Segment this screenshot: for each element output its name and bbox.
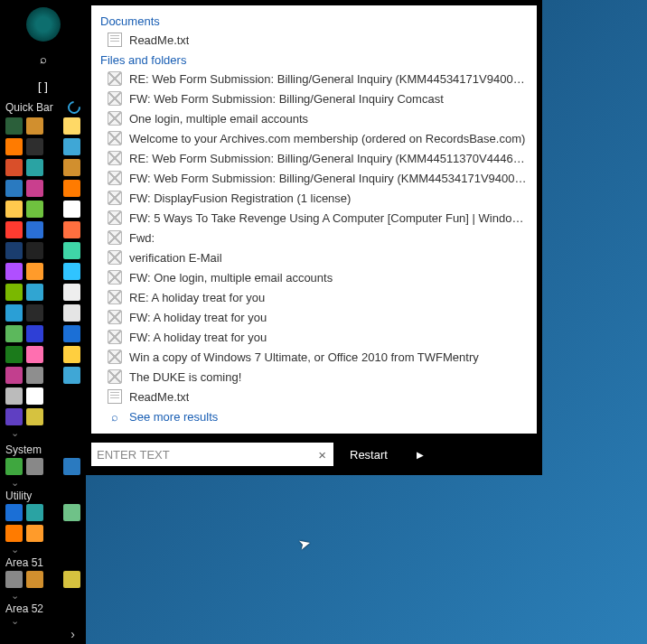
quickbar-app-icon[interactable] [26, 242, 43, 259]
quickbar-app-icon[interactable] [5, 284, 23, 301]
app-icon[interactable] [26, 525, 43, 542]
app-icon[interactable] [26, 504, 43, 521]
result-row[interactable]: verification E-Mail [91, 247, 537, 267]
system-app-icon[interactable] [5, 458, 23, 475]
pinned-app-icon[interactable] [63, 221, 80, 238]
pinned-app-icon[interactable] [63, 367, 80, 384]
mail-icon [108, 369, 122, 384]
pinned-app-icon[interactable] [63, 263, 80, 280]
chevron-right-icon[interactable]: › [0, 627, 86, 641]
result-label: FW: Web Form Submission: Billing/General… [129, 92, 444, 106]
file-icon [108, 389, 122, 404]
app-icon[interactable] [26, 571, 43, 588]
power-arrow-icon[interactable]: ▶ [417, 450, 424, 460]
quickbar-app-icon[interactable] [26, 304, 43, 322]
result-label: One login, multiple email accounts [129, 112, 308, 126]
result-row[interactable]: RE: Web Form Submission: Billing/General… [91, 69, 537, 89]
result-row[interactable]: Fwd: [91, 228, 537, 247]
quickbar-app-icon[interactable] [26, 180, 43, 197]
pinned-app-icon[interactable] [63, 180, 80, 197]
quickbar-app-icon[interactable] [5, 159, 23, 176]
result-row[interactable]: The DUKE is coming! [91, 367, 537, 387]
see-more-results[interactable]: ⌕ See more results [91, 406, 537, 426]
task-view-icon[interactable]: [ ] [33, 76, 53, 96]
app-icon[interactable] [5, 571, 23, 588]
quickbar-app-icon[interactable] [26, 387, 43, 405]
quickbar-app-icon[interactable] [26, 117, 43, 135]
pinned-app-icon[interactable] [63, 201, 80, 218]
result-row[interactable]: Welcome to your Archives.com membership … [91, 128, 537, 148]
system-label: System [0, 440, 47, 458]
result-row[interactable]: FW: One login, multiple email accounts [91, 267, 537, 287]
chevron-down-icon[interactable]: ⌄ [0, 615, 86, 627]
result-row[interactable]: One login, multiple email accounts [91, 108, 537, 128]
mail-icon [108, 210, 122, 225]
pinned-app-icon[interactable] [63, 242, 80, 259]
result-row[interactable]: FW: A holiday treat for you [91, 307, 537, 327]
mail-icon [108, 71, 122, 86]
pinned-app-icon[interactable] [63, 325, 80, 342]
search-input[interactable] [97, 448, 316, 462]
quickbar-app-icon[interactable] [5, 138, 23, 155]
power-command[interactable]: Restart [350, 448, 388, 462]
quickbar-app-icon[interactable] [5, 221, 23, 238]
app-icon[interactable] [63, 504, 80, 521]
result-row[interactable]: FW: Web Form Submission: Billing/General… [91, 168, 537, 188]
result-row[interactable]: ReadMe.txt [91, 30, 537, 50]
system-app-icon[interactable] [26, 458, 43, 475]
files-header: Files and folders [91, 50, 537, 69]
mail-icon [108, 270, 122, 285]
quickbar-app-icon[interactable] [26, 221, 43, 238]
quickbar-app-icon[interactable] [5, 117, 23, 135]
chevron-down-icon[interactable]: ⌄ [0, 427, 86, 439]
quickbar-app-icon[interactable] [5, 304, 23, 322]
quickbar-app-icon[interactable] [26, 367, 43, 384]
utility-label: Utility [0, 486, 37, 504]
pinned-app-icon[interactable] [63, 159, 80, 176]
quickbar-app-icon[interactable] [26, 284, 43, 301]
pinned-app-icon[interactable] [63, 117, 80, 135]
app-icon[interactable] [5, 504, 23, 521]
quickbar-app-icon[interactable] [26, 325, 43, 342]
search-icon[interactable]: ⌕ [33, 49, 53, 69]
pinned-app-icon[interactable] [63, 284, 80, 301]
quickbar-app-icon[interactable] [5, 263, 23, 280]
result-row[interactable]: FW: 5 Ways To Take Revenge Using A Compu… [91, 208, 537, 228]
refresh-icon[interactable] [65, 98, 83, 117]
quickbar-app-icon[interactable] [5, 242, 23, 259]
quickbar-app-icon[interactable] [5, 367, 23, 384]
quickbar-app-icon[interactable] [5, 408, 23, 425]
result-row[interactable]: FW: Web Form Submission: Billing/General… [91, 89, 537, 108]
quickbar-app-icon[interactable] [26, 408, 43, 425]
quickbar-app-icon[interactable] [26, 346, 43, 363]
search-icon: ⌕ [108, 409, 122, 424]
clear-icon[interactable]: × [316, 447, 328, 462]
pinned-app-icon[interactable] [63, 346, 80, 363]
quickbar-app-icon[interactable] [26, 263, 43, 280]
result-row[interactable]: ReadMe.txt [91, 387, 537, 406]
pinned-app-icon[interactable] [63, 138, 80, 155]
pinned-app-icon[interactable] [63, 304, 80, 322]
quickbar-app-icon[interactable] [26, 138, 43, 155]
search-box[interactable]: × [91, 443, 333, 466]
app-icon[interactable] [5, 525, 23, 542]
quickbar-app-icon[interactable] [26, 159, 43, 176]
app-icon[interactable] [63, 571, 80, 588]
results-pane: Documents ReadMe.txt Files and folders R… [91, 5, 537, 434]
result-row[interactable]: RE: A holiday treat for you [91, 287, 537, 307]
result-row[interactable]: RE: Web Form Submission: Billing/General… [91, 148, 537, 168]
result-label: Win a copy of Windows 7 Ultimate, or Off… [129, 350, 479, 364]
quickbar-app-icon[interactable] [5, 180, 23, 197]
quickbar-app-icon[interactable] [26, 201, 43, 218]
quickbar-app-icon[interactable] [5, 201, 23, 218]
quickbar-app-icon[interactable] [5, 346, 23, 363]
result-label: RE: Web Form Submission: Billing/General… [129, 152, 528, 165]
system-app-icon[interactable] [63, 458, 80, 475]
result-row[interactable]: Win a copy of Windows 7 Ultimate, or Off… [91, 347, 537, 367]
quickbar-app-icon[interactable] [5, 387, 23, 405]
mail-icon [108, 250, 122, 265]
quickbar-app-icon[interactable] [5, 325, 23, 342]
result-row[interactable]: FW: DisplayFusion Registration (1 licens… [91, 188, 537, 208]
start-orb[interactable] [26, 7, 61, 42]
result-row[interactable]: FW: A holiday treat for you [91, 327, 537, 347]
